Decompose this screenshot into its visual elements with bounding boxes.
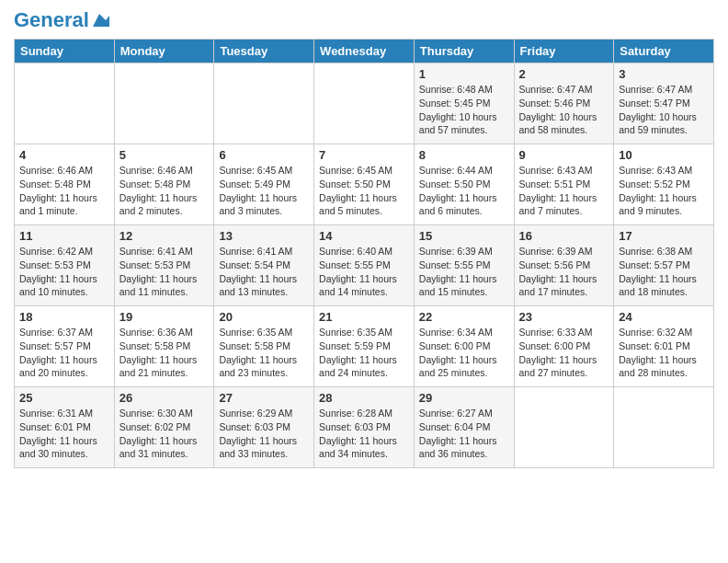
day-number: 12 (119, 229, 210, 243)
weekday-header: Thursday (414, 40, 514, 63)
day-info: Sunrise: 6:46 AM Sunset: 5:48 PM Dayligh… (19, 164, 109, 218)
day-number: 29 (419, 391, 509, 405)
weekday-header: Friday (514, 40, 614, 63)
day-number: 8 (419, 148, 509, 162)
day-number: 3 (619, 67, 709, 81)
calendar-cell: 18Sunrise: 6:37 AM Sunset: 5:57 PM Dayli… (15, 306, 115, 387)
calendar-week-row: 18Sunrise: 6:37 AM Sunset: 5:57 PM Dayli… (15, 306, 714, 387)
calendar-cell: 17Sunrise: 6:38 AM Sunset: 5:57 PM Dayli… (614, 225, 714, 306)
day-info: Sunrise: 6:35 AM Sunset: 5:58 PM Dayligh… (219, 326, 309, 380)
calendar-cell: 28Sunrise: 6:28 AM Sunset: 6:03 PM Dayli… (314, 387, 415, 468)
day-info: Sunrise: 6:27 AM Sunset: 6:04 PM Dayligh… (419, 407, 509, 461)
day-info: Sunrise: 6:40 AM Sunset: 5:55 PM Dayligh… (319, 245, 409, 299)
day-number: 19 (119, 310, 210, 324)
header-row: SundayMondayTuesdayWednesdayThursdayFrid… (15, 40, 714, 63)
calendar-cell (15, 63, 115, 144)
day-number: 1 (419, 67, 509, 81)
day-number: 18 (19, 310, 109, 324)
calendar-cell: 8Sunrise: 6:44 AM Sunset: 5:50 PM Daylig… (414, 144, 514, 225)
calendar-cell: 25Sunrise: 6:31 AM Sunset: 6:01 PM Dayli… (15, 387, 115, 468)
day-number: 25 (19, 391, 109, 405)
calendar-week-row: 4Sunrise: 6:46 AM Sunset: 5:48 PM Daylig… (15, 144, 714, 225)
day-info: Sunrise: 6:44 AM Sunset: 5:50 PM Dayligh… (419, 164, 509, 218)
day-info: Sunrise: 6:39 AM Sunset: 5:55 PM Dayligh… (419, 245, 509, 299)
day-number: 20 (219, 310, 309, 324)
weekday-header: Tuesday (214, 40, 314, 63)
header: General (14, 9, 714, 31)
day-info: Sunrise: 6:31 AM Sunset: 6:01 PM Dayligh… (19, 407, 109, 461)
calendar-cell (514, 387, 614, 468)
calendar-cell: 15Sunrise: 6:39 AM Sunset: 5:55 PM Dayli… (414, 225, 514, 306)
day-info: Sunrise: 6:36 AM Sunset: 5:58 PM Dayligh… (119, 326, 210, 380)
day-info: Sunrise: 6:45 AM Sunset: 5:49 PM Dayligh… (219, 164, 309, 218)
day-info: Sunrise: 6:46 AM Sunset: 5:48 PM Dayligh… (119, 164, 210, 218)
calendar-cell: 26Sunrise: 6:30 AM Sunset: 6:02 PM Dayli… (114, 387, 214, 468)
logo-icon (89, 10, 109, 30)
calendar-cell: 20Sunrise: 6:35 AM Sunset: 5:58 PM Dayli… (214, 306, 314, 387)
calendar-cell: 4Sunrise: 6:46 AM Sunset: 5:48 PM Daylig… (15, 144, 115, 225)
day-number: 5 (119, 148, 210, 162)
day-number: 7 (319, 148, 409, 162)
day-info: Sunrise: 6:47 AM Sunset: 5:47 PM Dayligh… (619, 83, 709, 137)
day-info: Sunrise: 6:37 AM Sunset: 5:57 PM Dayligh… (19, 326, 109, 380)
day-number: 13 (219, 229, 309, 243)
day-number: 6 (219, 148, 309, 162)
day-number: 27 (219, 391, 309, 405)
calendar-cell: 24Sunrise: 6:32 AM Sunset: 6:01 PM Dayli… (614, 306, 714, 387)
calendar-week-row: 25Sunrise: 6:31 AM Sunset: 6:01 PM Dayli… (15, 387, 714, 468)
day-info: Sunrise: 6:32 AM Sunset: 6:01 PM Dayligh… (619, 326, 709, 380)
calendar-cell (614, 387, 714, 468)
calendar-cell: 14Sunrise: 6:40 AM Sunset: 5:55 PM Dayli… (314, 225, 415, 306)
calendar-cell: 11Sunrise: 6:42 AM Sunset: 5:53 PM Dayli… (15, 225, 115, 306)
day-info: Sunrise: 6:34 AM Sunset: 6:00 PM Dayligh… (419, 326, 509, 380)
calendar-cell: 16Sunrise: 6:39 AM Sunset: 5:56 PM Dayli… (514, 225, 614, 306)
calendar-cell: 9Sunrise: 6:43 AM Sunset: 5:51 PM Daylig… (514, 144, 614, 225)
day-info: Sunrise: 6:45 AM Sunset: 5:50 PM Dayligh… (319, 164, 409, 218)
day-info: Sunrise: 6:41 AM Sunset: 5:54 PM Dayligh… (219, 245, 309, 299)
day-info: Sunrise: 6:41 AM Sunset: 5:53 PM Dayligh… (119, 245, 210, 299)
day-number: 2 (519, 67, 609, 81)
calendar-cell: 6Sunrise: 6:45 AM Sunset: 5:49 PM Daylig… (214, 144, 314, 225)
weekday-header: Saturday (614, 40, 714, 63)
day-info: Sunrise: 6:38 AM Sunset: 5:57 PM Dayligh… (619, 245, 709, 299)
day-number: 17 (619, 229, 709, 243)
calendar-cell: 1Sunrise: 6:48 AM Sunset: 5:45 PM Daylig… (414, 63, 514, 144)
day-info: Sunrise: 6:47 AM Sunset: 5:46 PM Dayligh… (519, 83, 609, 137)
day-number: 24 (619, 310, 709, 324)
day-number: 9 (519, 148, 609, 162)
calendar-cell: 23Sunrise: 6:33 AM Sunset: 6:00 PM Dayli… (514, 306, 614, 387)
calendar-cell: 21Sunrise: 6:35 AM Sunset: 5:59 PM Dayli… (314, 306, 415, 387)
calendar-body: 1Sunrise: 6:48 AM Sunset: 5:45 PM Daylig… (15, 63, 714, 468)
svg-marker-0 (93, 14, 109, 27)
calendar-header: SundayMondayTuesdayWednesdayThursdayFrid… (15, 40, 714, 63)
page: General SundayMondayTuesdayWednesdayThur… (0, 0, 728, 563)
calendar-cell: 12Sunrise: 6:41 AM Sunset: 5:53 PM Dayli… (114, 225, 214, 306)
day-info: Sunrise: 6:29 AM Sunset: 6:03 PM Dayligh… (219, 407, 309, 461)
day-info: Sunrise: 6:28 AM Sunset: 6:03 PM Dayligh… (319, 407, 409, 461)
weekday-header: Wednesday (314, 40, 415, 63)
logo: General (14, 9, 109, 31)
calendar-cell: 19Sunrise: 6:36 AM Sunset: 5:58 PM Dayli… (114, 306, 214, 387)
calendar-cell: 10Sunrise: 6:43 AM Sunset: 5:52 PM Dayli… (614, 144, 714, 225)
day-number: 15 (419, 229, 509, 243)
calendar-cell: 7Sunrise: 6:45 AM Sunset: 5:50 PM Daylig… (314, 144, 415, 225)
day-number: 14 (319, 229, 409, 243)
day-info: Sunrise: 6:35 AM Sunset: 5:59 PM Dayligh… (319, 326, 409, 380)
day-number: 4 (19, 148, 109, 162)
calendar-cell: 3Sunrise: 6:47 AM Sunset: 5:47 PM Daylig… (614, 63, 714, 144)
calendar-cell: 5Sunrise: 6:46 AM Sunset: 5:48 PM Daylig… (114, 144, 214, 225)
calendar-cell (114, 63, 214, 144)
day-number: 10 (619, 148, 709, 162)
logo-text: General (14, 9, 89, 31)
calendar-week-row: 1Sunrise: 6:48 AM Sunset: 5:45 PM Daylig… (15, 63, 714, 144)
calendar-cell: 13Sunrise: 6:41 AM Sunset: 5:54 PM Dayli… (214, 225, 314, 306)
weekday-header: Monday (114, 40, 214, 63)
day-info: Sunrise: 6:48 AM Sunset: 5:45 PM Dayligh… (419, 83, 509, 137)
day-info: Sunrise: 6:30 AM Sunset: 6:02 PM Dayligh… (119, 407, 210, 461)
day-info: Sunrise: 6:43 AM Sunset: 5:52 PM Dayligh… (619, 164, 709, 218)
calendar-cell (214, 63, 314, 144)
calendar-cell (314, 63, 415, 144)
day-number: 11 (19, 229, 109, 243)
day-info: Sunrise: 6:39 AM Sunset: 5:56 PM Dayligh… (519, 245, 609, 299)
calendar-week-row: 11Sunrise: 6:42 AM Sunset: 5:53 PM Dayli… (15, 225, 714, 306)
